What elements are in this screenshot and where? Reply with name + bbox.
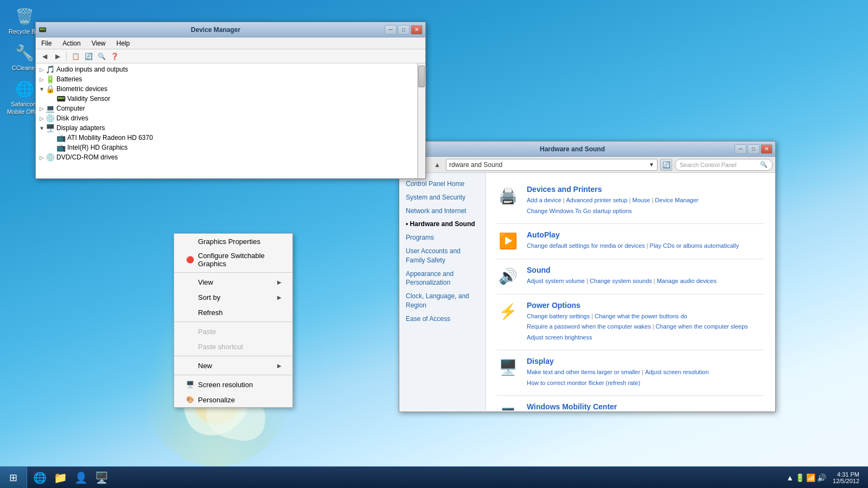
section-title-devices-printers[interactable]: Devices and Printers (527, 185, 764, 194)
hw-link[interactable]: Require a password when the computer wak… (527, 323, 651, 330)
tree-item[interactable]: ▷ 💿 DVD/CD-ROM drives (37, 152, 416, 162)
tree-item[interactable]: ▼ 🖥️ Display adapters (37, 123, 416, 133)
tree-expand-icon[interactable]: ▷ (38, 115, 46, 121)
sidebar-item-user-accounts[interactable]: User Accounts and Family Safety (399, 245, 486, 267)
tree-expand-icon[interactable]: ▷ (38, 76, 46, 82)
menu-view[interactable]: View (89, 38, 108, 48)
sidebar-item-clock-language[interactable]: Clock, Language, and Region (399, 290, 486, 312)
hw-close-button[interactable]: ✕ (761, 144, 773, 154)
tray-volume-icon[interactable]: 🔊 (817, 473, 826, 482)
search-icon: 🔍 (760, 161, 768, 168)
hw-section-sound: 🔊 Sound Adjust system volume|Change syst… (497, 259, 764, 294)
tree-item[interactable]: 📟 Validity Sensor (37, 94, 416, 104)
context-item-paste: Paste (174, 324, 292, 339)
sidebar-item-appearance[interactable]: Appearance and Personalization (399, 267, 486, 290)
tree-item-label: Batteries (56, 75, 82, 83)
tree-scrollbar[interactable] (418, 63, 425, 178)
hw-maximize-button[interactable]: □ (748, 144, 760, 154)
hw-link[interactable]: Add a device (527, 197, 561, 203)
search-box[interactable]: Search Control Panel 🔍 (675, 159, 773, 171)
menu-file[interactable]: File (39, 38, 54, 48)
sidebar-item-programs[interactable]: Programs (399, 231, 486, 245)
tree-item[interactable]: ▷ 💻 Computer (37, 104, 416, 113)
sidebar-item-ease-of-access[interactable]: Ease of Access (399, 312, 486, 326)
scan-button[interactable]: 🔍 (95, 51, 107, 62)
start-button[interactable]: ⊞ (0, 467, 27, 489)
hw-link[interactable]: Change when the computer sleeps (656, 323, 748, 330)
taskbar-clock[interactable]: 4:31 PM 12/5/2012 (828, 471, 864, 484)
maximize-button[interactable]: □ (398, 25, 410, 35)
minimize-button[interactable]: ─ (385, 25, 397, 35)
taskbar-control[interactable]: 🖥️ (92, 468, 111, 487)
hw-link[interactable]: Manage audio devices (657, 278, 717, 284)
hw-up-button[interactable]: ▲ (431, 159, 443, 170)
tree-expand-icon[interactable]: ▷ (38, 155, 46, 160)
tree-item[interactable]: 📺 Intel(R) HD Graphics (37, 143, 416, 152)
taskbar-explorer[interactable]: 📁 (50, 468, 70, 487)
hw-link[interactable]: Change what the power buttons do (595, 313, 687, 319)
section-title-display[interactable]: Display (527, 357, 764, 365)
context-item-screen-resolution[interactable]: 🖥️ Screen resolution (174, 377, 292, 392)
context-item-graphics-properties[interactable]: Graphics Properties (174, 234, 292, 249)
sidebar-item-control-panel-home[interactable]: Control Panel Home (399, 177, 486, 191)
tree-item[interactable]: ▷ 💿 Disk drives (37, 113, 416, 123)
sidebar-item-system-security[interactable]: System and Security (399, 191, 486, 204)
sidebar-item-hardware-sound[interactable]: Hardware and Sound (399, 217, 486, 231)
menu-action[interactable]: Action (60, 38, 83, 48)
context-item-new[interactable]: New ▶ (174, 358, 292, 373)
hardware-sound-window: 🖥️ Hardware and Sound ─ □ ✕ ◀ ▶ ▲ rdware… (399, 141, 776, 412)
section-title-windows-mobility[interactable]: Windows Mobility Center (527, 402, 764, 410)
context-separator (174, 375, 292, 375)
hw-link[interactable]: Play CDs or albums automatically (650, 242, 739, 249)
hw-link[interactable]: Adjust screen resolution (645, 369, 709, 375)
forward-button[interactable]: ▶ (52, 51, 63, 62)
update-button[interactable]: 🔄 (82, 51, 94, 62)
close-button[interactable]: ✕ (411, 25, 423, 35)
address-path[interactable]: rdware and Sound ▼ (446, 159, 658, 171)
hw-link[interactable]: How to correct monitor flicker (refresh … (527, 380, 640, 386)
taskbar-user[interactable]: 👤 (71, 468, 91, 487)
tree-expand-icon[interactable]: ▼ (38, 86, 46, 92)
hw-link[interactable]: Adjust screen brightness (527, 334, 592, 341)
tree-item-label: Disk drives (56, 114, 88, 122)
section-title-autoplay[interactable]: AutoPlay (527, 230, 764, 239)
hw-link[interactable]: Change Windows To Go startup options (527, 208, 632, 214)
section-title-sound[interactable]: Sound (527, 266, 764, 274)
context-item-personalize[interactable]: 🎨 Personalize (174, 392, 292, 407)
scrollbar-thumb[interactable] (418, 66, 425, 87)
refresh-button[interactable]: 🔄 (660, 159, 672, 171)
context-item-sort-by[interactable]: Sort by ▶ (174, 290, 292, 305)
tree-expand-icon[interactable]: ▷ (38, 106, 46, 112)
clock-time: 4:31 PM (833, 471, 859, 478)
taskbar-ie[interactable]: 🌐 (30, 468, 49, 487)
tree-item[interactable]: ▷ 🎵 Audio inputs and outputs (37, 65, 416, 74)
hw-link[interactable]: Device Manager (655, 197, 698, 203)
hw-link[interactable]: Mouse (632, 197, 650, 203)
back-button[interactable]: ◀ (39, 51, 50, 62)
hw-addressbar: ◀ ▶ ▲ rdware and Sound ▼ 🔄 Search Contro… (399, 157, 775, 173)
section-title-power-options[interactable]: Power Options (527, 301, 764, 310)
sidebar-item-network-internet[interactable]: Network and Internet (399, 204, 486, 218)
hw-link[interactable]: Change system sounds (590, 278, 652, 284)
hw-link[interactable]: Change battery settings (527, 313, 590, 319)
tree-item[interactable]: ▼ 🔒 Biometric devices (37, 84, 416, 94)
tree-expand-icon[interactable]: ▷ (38, 67, 46, 73)
context-item-view[interactable]: View ▶ (174, 274, 292, 290)
properties-button[interactable]: 📋 (69, 51, 81, 62)
context-item-refresh[interactable]: Refresh (174, 305, 292, 320)
menu-help[interactable]: Help (114, 38, 133, 48)
tree-expand-icon[interactable]: ▼ (38, 125, 46, 131)
tray-expand-icon[interactable]: ▲ (786, 473, 794, 482)
hw-link[interactable]: Make text and other items larger or smal… (527, 369, 640, 375)
tree-item[interactable]: ▷ 🔋 Batteries (37, 74, 416, 84)
section-links-devices-printers: Add a device|Advanced printer setup|Mous… (527, 195, 764, 217)
context-item-configure-switchable[interactable]: 🔴 Configure Switchable Graphics (174, 249, 292, 271)
help-button[interactable]: ❓ (108, 51, 120, 62)
hw-section-autoplay: ▶️ AutoPlay Change default settings for … (497, 224, 764, 259)
hw-link[interactable]: Adjust system volume (527, 278, 585, 284)
hw-minimize-button[interactable]: ─ (735, 144, 746, 154)
hw-link[interactable]: Change default settings for media or dev… (527, 242, 645, 249)
device-tree[interactable]: ▷ 🎵 Audio inputs and outputs ▷ 🔋 Batteri… (36, 63, 418, 178)
tree-item[interactable]: 📺 ATI Mobility Radeon HD 6370 (37, 133, 416, 143)
hw-link[interactable]: Advanced printer setup (566, 197, 627, 203)
